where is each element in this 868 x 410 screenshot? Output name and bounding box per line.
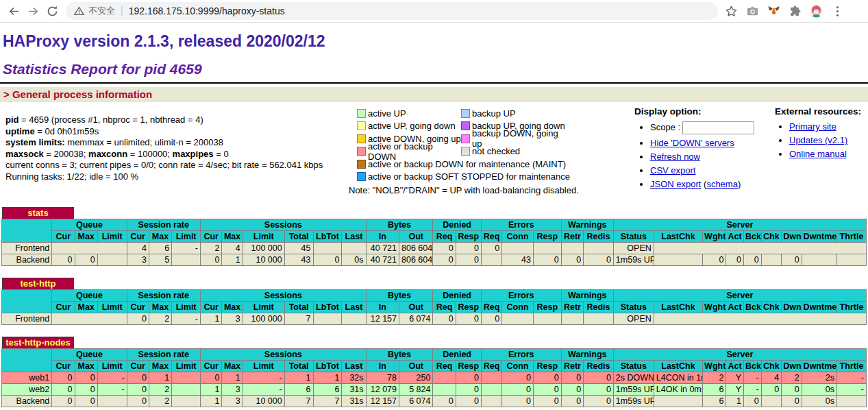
column-group-server: Server (613, 349, 866, 361)
table-cell: 43 (284, 254, 313, 266)
column-header-max: Max (75, 302, 97, 313)
display-option-link-2[interactable]: CSV export (650, 165, 695, 176)
column-group-sessions: Sessions (201, 219, 367, 231)
table-cell: 3 (127, 254, 149, 266)
bookmark-star-icon[interactable] (725, 5, 738, 18)
browser-menu-icon[interactable] (831, 5, 844, 18)
tooltip-value: 7 (306, 396, 311, 407)
table-cell: 0 (433, 313, 456, 325)
table-cell: 1 (149, 372, 171, 384)
address-bar[interactable]: 不安全 | 192.168.175.10:9999/haproxy-status (66, 2, 718, 20)
table-cell: 6 (149, 243, 171, 254)
column-header-max: Max (149, 302, 171, 313)
table-cell: 0 (726, 254, 744, 266)
table-group-header-row: QueueSession rateSessionsBytesDeniedErro… (2, 290, 867, 302)
proxy-name-link-test-http-nodes[interactable]: test-http-nodes (2, 337, 74, 348)
table-cell: 0 (127, 313, 149, 325)
external-resources-list: Primary siteUpdates (v2.1)Online manual (765, 121, 868, 159)
metamask-fox-icon[interactable] (767, 5, 780, 18)
table-cell (561, 243, 583, 254)
table-row-frontend: Frontend02-13100 000712 1576 074000OPEN (2, 313, 867, 325)
column-header-resp: Resp (456, 361, 481, 372)
column-header-bck: Bck (744, 231, 762, 243)
column-header-dwntme: Dwntme (802, 231, 836, 243)
display-option-link-0[interactable]: Hide 'DOWN' servers (650, 138, 734, 148)
column-group-denied: Denied (433, 219, 481, 231)
security-label: 不安全 (88, 5, 115, 17)
external-resource-link-0[interactable]: Primary site (789, 121, 836, 132)
table-cell: 32s (342, 372, 366, 384)
legend-item: active or backup SOFT STOPPED for mainte… (357, 171, 570, 182)
forward-button[interactable] (23, 1, 42, 21)
json-export-link[interactable]: JSON export (650, 179, 701, 189)
table-cell: - (172, 313, 201, 325)
table-cell: 6 074 (399, 396, 433, 407)
column-header-lbtot: LbTot (313, 302, 342, 313)
tooltip-value: 1 (214, 385, 219, 396)
table-cell (533, 313, 561, 325)
table-cell: 0 (584, 384, 614, 396)
table-cell: 2 (149, 384, 171, 396)
proxy-name-link-test-http[interactable]: test-http (2, 278, 74, 289)
table-cell (481, 384, 501, 396)
column-header-max: Max (75, 361, 97, 372)
proxy-name-link-stats[interactable]: stats (2, 207, 74, 219)
column-header-total: Total (284, 361, 313, 372)
profile-avatar[interactable] (810, 5, 823, 18)
table-cell: - (836, 372, 866, 384)
external-resource-link-1[interactable]: Updates (v2.1) (789, 135, 847, 145)
column-header-limit: Limit (243, 302, 284, 313)
column-header-limit: Limit (172, 361, 201, 372)
external-resource-link-2[interactable]: Online manual (789, 149, 847, 159)
table-cell: 1 (726, 396, 744, 407)
legend-row: active or backup DOWNnot checked (349, 145, 625, 158)
reload-button[interactable] (42, 1, 62, 21)
column-header-cur: Cur (201, 361, 222, 372)
column-group-queue: Queue (52, 290, 127, 302)
scope-input[interactable] (682, 121, 754, 134)
row-name: web1 (2, 372, 52, 384)
table-cell: 3 (222, 396, 243, 407)
display-option-link-1[interactable]: Refresh now (650, 152, 700, 162)
column-header-cur: Cur (52, 361, 75, 372)
column-header-act: Act (726, 361, 744, 372)
page-title[interactable]: HAProxy version 2.1.3, released 2020/02/… (3, 32, 868, 51)
table-subheader-row: CurMaxLimitCurMaxLimitCurMaxLimitTotalLb… (2, 231, 867, 243)
table-cell: 0 (201, 254, 222, 266)
display-option-item: JSON export (schema) (650, 179, 765, 189)
back-button[interactable] (4, 1, 23, 21)
column-header-last: Last (342, 302, 366, 313)
column-group-errors: Errors (481, 290, 561, 302)
process-info-value: = 4659 (process #1, nbproc = 1, nbthread… (19, 114, 203, 125)
table-cell: 806 604 (399, 254, 433, 266)
table-cell: - (836, 384, 866, 396)
column-group-sessions: Sessions (201, 349, 367, 361)
column-header-conn: Conn (502, 231, 534, 243)
schema-link[interactable]: schema (706, 179, 738, 189)
legend-row: active or backup SOFT STOPPED for mainte… (349, 171, 625, 184)
tooltip-value: 0 (554, 385, 559, 396)
table-cell: 0 (433, 254, 456, 266)
row-name: Backend (2, 396, 52, 407)
column-header-thrtle: Thrtle (836, 302, 866, 313)
legend-item: not checked (461, 146, 565, 156)
camera-extension-icon[interactable] (746, 5, 759, 18)
column-header-wght: Wght (703, 231, 726, 243)
extensions-puzzle-icon[interactable] (789, 5, 802, 18)
table-cell: 6 (703, 396, 726, 407)
column-header-conn: Conn (502, 302, 534, 313)
legend-label: active UP (368, 108, 406, 119)
proxy-table-test-http-nodes: QueueSession rateSessionsBytesDeniedErro… (1, 348, 867, 407)
table-cell (313, 313, 342, 325)
table-group-header-row: QueueSession rateSessionsBytesDeniedErro… (2, 349, 867, 361)
column-header-req: Req (481, 231, 501, 243)
column-header-retr: Retr (561, 231, 583, 243)
table-cell (52, 313, 127, 325)
column-group-warnings: Warnings (561, 349, 613, 361)
legend-swatch (357, 147, 366, 156)
table-cell: 100 000 (243, 243, 284, 254)
table-cell: 0 (456, 254, 481, 266)
table-cell (172, 396, 201, 407)
status-legend: active UPbackup UPactive UP, going downb… (349, 105, 625, 195)
table-cell (313, 243, 342, 254)
